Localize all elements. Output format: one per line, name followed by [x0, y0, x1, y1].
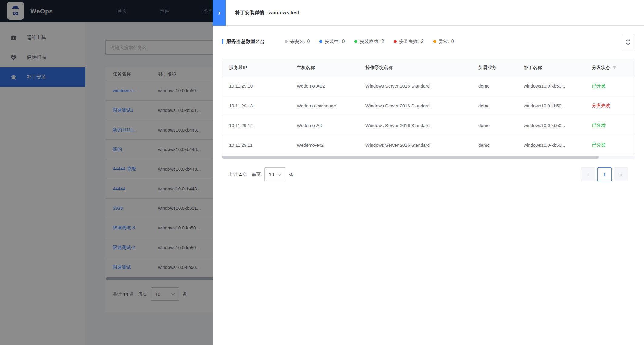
server-table-header: 服务器IP 主机名称 操作系统名称 所属业务 补丁名称 分发状态 — [222, 59, 635, 76]
refresh-button[interactable] — [621, 35, 635, 49]
os-name: Windows Server 2016 Standard — [359, 123, 472, 128]
server-row: 10.11.29.10 Wedemo-AD2 Windows Server 20… — [222, 76, 635, 96]
status-stats: 未安装: 0 安装中: 0 安装成功: 2 安装失败: 2 — [285, 39, 454, 45]
host-name: Wedemo-exchange — [290, 103, 359, 108]
chevron-right-icon: › — [218, 8, 221, 16]
server-ip: 10.11.29.11 — [222, 142, 290, 148]
column-header-server-ip: 服务器IP — [222, 65, 290, 71]
app-root: ∞ WeOps 首页 事件 监控 运维工具 健康扫描 — [0, 0, 644, 345]
stat-value: 0 — [307, 39, 310, 44]
business: demo — [472, 83, 517, 89]
column-header-patch-name: 补丁名称 — [517, 65, 585, 71]
unit-label: 条 — [289, 172, 294, 177]
patch-name: windows10.0-kb50... — [517, 123, 585, 128]
stat-success: 安装成功: 2 — [354, 39, 384, 45]
distribute-status: 已分发 — [585, 122, 635, 128]
stat-label: 安装成功: — [360, 39, 379, 45]
server-table: 服务器IP 主机名称 操作系统名称 所属业务 补丁名称 分发状态 10.11.2… — [222, 59, 635, 155]
stat-value: 2 — [382, 39, 384, 44]
os-name: Windows Server 2016 Standard — [359, 103, 472, 108]
status-dot — [354, 40, 357, 43]
column-header-business: 所属业务 — [472, 65, 517, 71]
status-dot — [394, 40, 397, 43]
chevron-down-icon — [278, 172, 282, 176]
stat-value: 0 — [451, 39, 454, 44]
stat-value: 0 — [342, 39, 345, 44]
server-row: 10.11.29.11 Wedemo-ex2 Windows Server 20… — [222, 135, 635, 155]
accent-bar — [222, 39, 223, 44]
column-header-os-name: 操作系统名称 — [359, 65, 472, 71]
patch-name: windows10.0-kb50... — [517, 142, 585, 148]
status-dot — [285, 40, 288, 43]
previous-page-button[interactable]: ‹ — [581, 167, 595, 181]
filter-funnel-icon[interactable] — [612, 66, 616, 70]
stat-installing: 安装中: 0 — [319, 39, 345, 45]
drawer-title: 补丁安装详情 - windows test — [235, 10, 299, 16]
stat-label: 异常: — [439, 39, 449, 45]
server-row: 10.11.29.13 Wedemo-exchange Windows Serv… — [222, 96, 635, 116]
total-suffix: 条 — [243, 172, 247, 177]
per-page-label: 每页 — [252, 172, 261, 177]
refresh-icon — [624, 39, 632, 46]
patch-name: windows10.0-kb50... — [517, 103, 585, 108]
page-number: 1 — [603, 172, 606, 177]
server-summary: 服务器总数量:4台 未安装: 0 安装中: 0 安装成功: 2 — [222, 34, 454, 49]
server-table-pagination: 共计 4 条 每页 10 条 — [229, 167, 294, 181]
business: demo — [472, 103, 517, 108]
total-prefix: 共计 — [229, 172, 238, 177]
server-row: 10.11.29.12 Wedemo-AD Windows Server 201… — [222, 116, 635, 136]
stat-value: 2 — [421, 39, 424, 44]
total-count: 4 — [239, 172, 242, 177]
host-name: Wedemo-AD2 — [290, 83, 359, 89]
drawer-header: 补丁安装详情 - windows test — [213, 0, 644, 26]
stat-not-installed: 未安装: 0 — [285, 39, 310, 45]
status-dot — [433, 40, 436, 43]
chevron-right-icon: › — [620, 171, 622, 177]
stat-label: 安装失败: — [399, 39, 419, 45]
scrollbar-thumb[interactable] — [222, 156, 599, 159]
stat-label: 安装中: — [325, 39, 340, 45]
drawer-collapse-button[interactable]: › — [213, 0, 226, 26]
stat-failed: 安装失败: 2 — [394, 39, 423, 45]
pagination-buttons: ‹ 1 › — [581, 167, 628, 181]
host-name: Wedemo-ex2 — [290, 142, 359, 148]
host-name: Wedemo-AD — [290, 123, 359, 128]
server-ip: 10.11.29.13 — [222, 103, 290, 108]
patch-detail-drawer: › 补丁安装详情 - windows test 服务器总数量:4台 未安装: 0… — [213, 0, 644, 345]
server-ip: 10.11.29.10 — [222, 83, 290, 89]
patch-name: windows10.0-kb50... — [517, 83, 585, 89]
business: demo — [472, 142, 517, 148]
os-name: Windows Server 2016 Standard — [359, 83, 472, 89]
server-total-label: 服务器总数量:4台 — [226, 39, 265, 45]
page-number-button[interactable]: 1 — [597, 167, 612, 181]
distribute-status: 分发失败 — [585, 103, 635, 109]
distribute-status: 已分发 — [585, 142, 635, 148]
page-size-select[interactable]: 10 — [264, 167, 285, 181]
status-dot — [319, 40, 322, 43]
chevron-left-icon: ‹ — [587, 171, 589, 177]
distribute-status: 已分发 — [585, 83, 635, 89]
column-header-host-name: 主机名称 — [290, 65, 359, 71]
column-header-distribute-status: 分发状态 — [585, 65, 635, 71]
horizontal-scrollbar[interactable] — [222, 156, 635, 159]
next-page-button[interactable]: › — [614, 167, 628, 181]
stat-label: 未安装: — [290, 39, 305, 45]
page-size-value: 10 — [269, 172, 274, 177]
server-ip: 10.11.29.12 — [222, 123, 290, 128]
business: demo — [472, 123, 517, 128]
os-name: Windows Server 2016 Standard — [359, 142, 472, 148]
stat-abnormal: 异常: 0 — [433, 39, 454, 45]
